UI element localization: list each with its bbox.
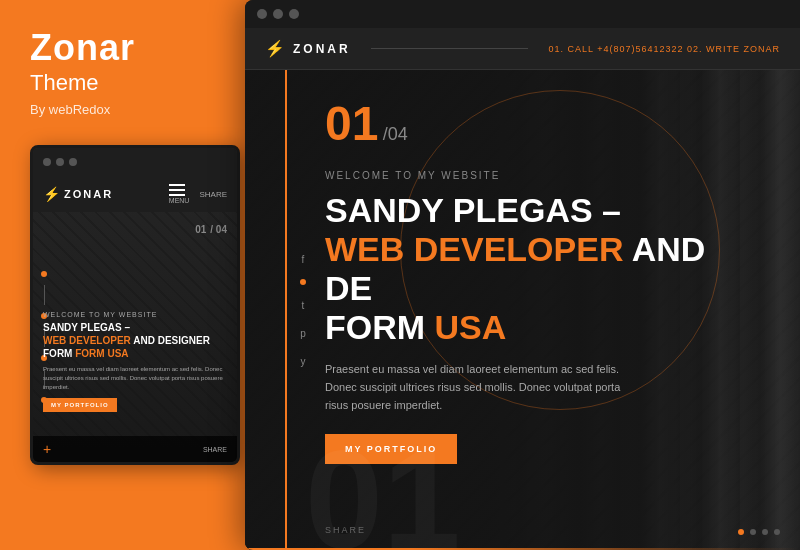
desktop-mockup: ⚡ ZONAR 01. CALL +4(807)56412322 02. WRI… [245, 0, 800, 550]
desktop-slide-counter: 01 /04 [325, 100, 408, 148]
mobile-headline-usa: FORM USA [75, 348, 128, 359]
desktop-facebook-icon[interactable]: f [295, 251, 311, 267]
mobile-nav-right: MENU SHARE [169, 184, 227, 204]
mobile-hamburger-icon [169, 184, 190, 196]
desktop-nav-write: 02. WRITE ZONAR [687, 44, 780, 54]
mobile-logo-text: ZONAR [64, 188, 113, 200]
left-panel: Zonar Theme By webRedox ⚡ ZONAR MENU [0, 0, 260, 550]
mobile-slide-current: 01 [195, 224, 206, 235]
desktop-nav: ⚡ ZONAR 01. CALL +4(807)56412322 02. WRI… [245, 28, 800, 70]
desktop-left-accent-line [285, 70, 287, 550]
brand-title: Zonar [30, 30, 230, 66]
mobile-content: 01 / 04 WELCOME TO MY WEBSITE SANDY PLEG… [33, 212, 237, 462]
desktop-nav-info: 01. CALL +4(807)56412322 02. WRITE ZONAR [548, 44, 780, 54]
mobile-slide-total: / 04 [210, 224, 227, 235]
desktop-social-links: f t p y [295, 251, 311, 369]
desktop-welcome-text: WELCOME TO MY WEBSITE [325, 170, 740, 181]
desktop-headline-usa: USA [435, 308, 507, 346]
desktop-slide-current: 01 [325, 97, 378, 150]
mobile-portfolio-button[interactable]: MY PORTFOLIO [43, 398, 117, 412]
desktop-headline-form: FORM [325, 308, 425, 346]
mobile-text-content: WELCOME TO MY WEBSITE SANDY PLEGAS – WEB… [43, 311, 227, 412]
mobile-dot-2 [56, 158, 64, 166]
desktop-nav-dot-2[interactable] [750, 529, 756, 535]
desktop-nav-dot-4[interactable] [774, 529, 780, 535]
desktop-dot-1 [257, 9, 267, 19]
desktop-twitter-icon[interactable]: t [295, 297, 311, 313]
mobile-nav: ⚡ ZONAR MENU SHARE [33, 176, 237, 212]
mobile-social-line [44, 285, 45, 305]
mobile-mockup: ⚡ ZONAR MENU SHARE 01 / 04 [30, 145, 240, 465]
desktop-headline-orange: WEB DEVELOPER [325, 230, 623, 268]
mobile-bottom-bar: + SHARE [33, 436, 237, 462]
mobile-headline: SANDY PLEGAS – WEB DEVELOPER AND DESIGNE… [43, 321, 227, 360]
mobile-dot-3 [69, 158, 77, 166]
brand-by: By webRedox [30, 102, 230, 117]
desktop-dot-3 [289, 9, 299, 19]
desktop-nav-phone: +4(807)56412322 [597, 44, 683, 54]
mobile-welcome-text: WELCOME TO MY WEBSITE [43, 311, 227, 318]
desktop-logo-icon: ⚡ [265, 39, 285, 58]
mobile-menu-button[interactable]: MENU [169, 184, 190, 204]
desktop-portfolio-button[interactable]: MY PORTFOLIO [325, 434, 457, 464]
mobile-description: Praesent eu massa vel diam laoreet eleme… [43, 365, 227, 392]
mobile-logo: ⚡ ZONAR [43, 186, 113, 202]
desktop-share-label: SHARE [325, 525, 366, 535]
desktop-bottom-nav [738, 529, 780, 535]
mobile-bottom-share: SHARE [203, 446, 227, 453]
mobile-slide-number: 01 / 04 [195, 220, 227, 236]
desktop-logo-text: ZONAR [293, 42, 351, 56]
desktop-slide-total: /04 [383, 124, 408, 144]
desktop-dot-2 [273, 9, 283, 19]
desktop-social-active-dot [300, 279, 306, 285]
desktop-main: f t p y 01 /04 WELCOME TO MY WEBSITE SAN… [245, 70, 800, 550]
mobile-headline-white1: SANDY PLEGAS – [43, 322, 130, 333]
mobile-headline-form: FORM [43, 348, 75, 359]
mobile-logo-icon: ⚡ [43, 186, 60, 202]
mobile-headline-and: AND DESIGNER [133, 335, 210, 346]
desktop-nav-dot-active[interactable] [738, 529, 744, 535]
desktop-youtube-icon[interactable]: y [295, 353, 311, 369]
desktop-nav-separator [371, 48, 529, 49]
desktop-nav-dot-3[interactable] [762, 529, 768, 535]
desktop-pinterest-icon[interactable]: p [295, 325, 311, 341]
desktop-nav-call: 01. CALL [548, 44, 597, 54]
mobile-share-label: SHARE [199, 190, 227, 199]
mobile-plus-icon[interactable]: + [43, 441, 51, 457]
desktop-top-bar [245, 0, 800, 28]
desktop-nav-left: ⚡ ZONAR [265, 39, 351, 58]
desktop-text-content: WELCOME TO MY WEBSITE SANDY PLEGAS – WEB… [325, 170, 740, 464]
desktop-description: Praesent eu massa vel diam laoreet eleme… [325, 361, 625, 414]
desktop-headline-line1: SANDY PLEGAS – [325, 191, 621, 229]
mobile-menu-label: MENU [169, 197, 190, 204]
mobile-social-dot [41, 271, 47, 277]
brand-subtitle: Theme [30, 70, 230, 96]
mobile-dot-1 [43, 158, 51, 166]
mobile-top-bar [33, 148, 237, 176]
mobile-headline-orange: WEB DEVELOPER [43, 335, 131, 346]
desktop-headline: SANDY PLEGAS – WEB DEVELOPER AND DE FORM… [325, 191, 740, 347]
